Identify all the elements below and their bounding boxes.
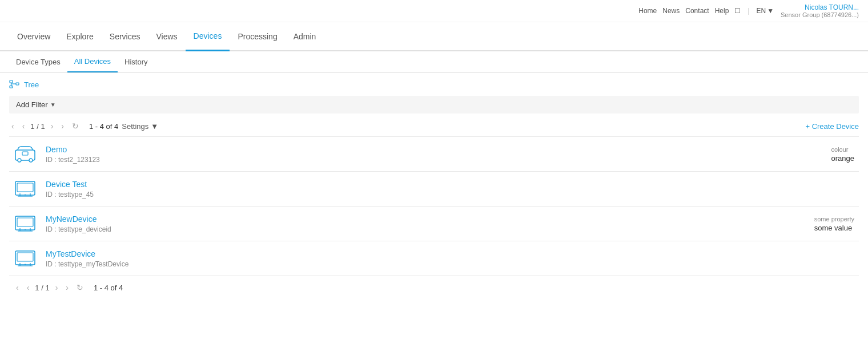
device-info: Device Test ID : testtype_45 (46, 180, 731, 199)
svg-rect-16 (17, 218, 33, 226)
table-row[interactable]: Device Test ID : testtype_45 (9, 172, 859, 207)
subnav-device-types[interactable]: Device Types (9, 52, 67, 72)
attr-value: orange (831, 154, 854, 163)
nav-devices[interactable]: Devices (186, 22, 230, 51)
nav-processing[interactable]: Processing (230, 23, 285, 50)
settings-label: Settings (122, 122, 148, 131)
svg-point-6 (18, 159, 21, 162)
toolbar: ‹ ‹ 1 / 1 › › ↻ 1 - 4 of 4 Settings ▼ + … (9, 120, 859, 132)
attr-value: some value (814, 224, 854, 232)
next-page-button[interactable]: › (49, 120, 56, 132)
add-filter-button[interactable]: Add Filter ▼ (16, 100, 56, 109)
chevron-down-icon: ▼ (151, 122, 158, 131)
subnav-history[interactable]: History (118, 52, 154, 72)
device-icon (14, 177, 37, 200)
tree-toggle[interactable]: Tree (9, 80, 859, 89)
device-list: Demo ID : test2_123123 colour orange (9, 136, 859, 276)
attr-label: colour (831, 146, 854, 153)
device-attribute: some property some value (814, 216, 854, 232)
create-device-button[interactable]: + Create Device (805, 122, 859, 131)
page-info: 1 / 1 (30, 122, 45, 131)
svg-rect-9 (15, 181, 35, 195)
top-bar-links: Home News Contact Help ☐ (638, 7, 741, 15)
top-bar: Home News Contact Help ☐ | EN ▼ Nicolas … (0, 0, 868, 22)
bottom-first-page-button[interactable]: ‹ (14, 282, 21, 293)
user-org: Sensor Group (68774926...) (781, 11, 859, 18)
device-name: MyNewDevice (46, 214, 691, 224)
svg-point-7 (29, 159, 33, 162)
bottom-refresh-button[interactable]: ↻ (74, 282, 86, 293)
device-attribute: colour orange (831, 146, 854, 163)
device-id: ID : test2_123123 (46, 156, 708, 164)
bottom-record-count: 1 - 4 of 4 (94, 284, 123, 292)
device-icon (14, 212, 37, 235)
language-label: EN (756, 7, 766, 15)
news-link[interactable]: News (662, 7, 680, 15)
bottom-next-page-button[interactable]: › (53, 282, 61, 293)
add-filter-label: Add Filter (16, 100, 48, 109)
tree-label: Tree (24, 80, 39, 89)
device-name: Demo (46, 145, 708, 154)
svg-rect-15 (15, 216, 35, 230)
device-icon (14, 247, 37, 270)
device-info: MyTestDevice ID : testtype_myTestDevice (46, 249, 731, 268)
attr-label: some property (814, 216, 854, 222)
toolbar-left: ‹ ‹ 1 / 1 › › ↻ 1 - 4 of 4 Settings ▼ (9, 120, 158, 132)
svg-rect-21 (15, 251, 35, 265)
contact-link[interactable]: Contact (685, 7, 709, 15)
record-count: 1 - 4 of 4 (89, 122, 118, 131)
sub-nav: Device Types All Devices History (0, 51, 868, 73)
settings-button[interactable]: Settings ▼ (122, 122, 158, 131)
svg-rect-2 (16, 83, 19, 85)
chevron-down-icon: ▼ (767, 7, 774, 15)
svg-point-26 (25, 264, 26, 265)
table-row[interactable]: MyTestDevice ID : testtype_myTestDevice (9, 241, 859, 276)
tree-icon (9, 80, 21, 89)
refresh-button[interactable]: ↻ (70, 120, 81, 132)
device-name: Device Test (46, 180, 731, 189)
table-row[interactable]: MyNewDevice ID : testtype_deviceid some … (9, 207, 859, 241)
device-info: MyNewDevice ID : testtype_deviceid (46, 214, 691, 233)
home-link[interactable]: Home (638, 7, 657, 15)
first-page-button[interactable]: ‹ (9, 120, 17, 132)
divider: | (748, 7, 749, 15)
bottom-last-page-button[interactable]: › (63, 282, 71, 293)
bottom-prev-page-button[interactable]: ‹ (25, 282, 32, 293)
svg-rect-10 (17, 183, 33, 192)
device-id: ID : testtype_myTestDevice (46, 260, 731, 268)
nav-services[interactable]: Services (102, 23, 148, 50)
last-page-button[interactable]: › (59, 120, 66, 132)
main-nav: Overview Explore Services Views Devices … (0, 22, 868, 51)
device-info: Demo ID : test2_123123 (46, 145, 708, 164)
bottom-toolbar: ‹ ‹ 1 / 1 › › ↻ 1 - 4 of 4 (9, 276, 859, 299)
device-icon (14, 143, 37, 165)
user-name[interactable]: Nicolas TOURN... (805, 3, 859, 11)
device-id: ID : testtype_45 (46, 191, 731, 199)
svg-rect-22 (17, 253, 33, 261)
table-row[interactable]: Demo ID : test2_123123 colour orange (9, 137, 859, 172)
nav-overview[interactable]: Overview (9, 23, 58, 50)
prev-page-button[interactable]: ‹ (20, 120, 27, 132)
bottom-page-info: 1 / 1 (35, 284, 49, 292)
help-icon: ☐ (734, 7, 741, 15)
nav-explore[interactable]: Explore (58, 23, 101, 50)
filter-bar: Add Filter ▼ (9, 96, 859, 114)
nav-admin[interactable]: Admin (286, 23, 324, 50)
device-name: MyTestDevice (46, 249, 731, 258)
subnav-all-devices[interactable]: All Devices (67, 51, 118, 72)
nav-views[interactable]: Views (148, 23, 186, 50)
svg-point-20 (25, 229, 26, 230)
svg-point-14 (25, 195, 26, 196)
help-link[interactable]: Help (715, 7, 729, 15)
content-area: Tree Add Filter ▼ ‹ ‹ 1 / 1 › › ↻ 1 - 4 … (0, 73, 868, 306)
svg-rect-0 (10, 80, 13, 83)
device-id: ID : testtype_deviceid (46, 225, 691, 233)
svg-rect-8 (22, 152, 28, 155)
language-selector[interactable]: EN ▼ (756, 7, 774, 15)
chevron-down-icon: ▼ (50, 102, 56, 108)
